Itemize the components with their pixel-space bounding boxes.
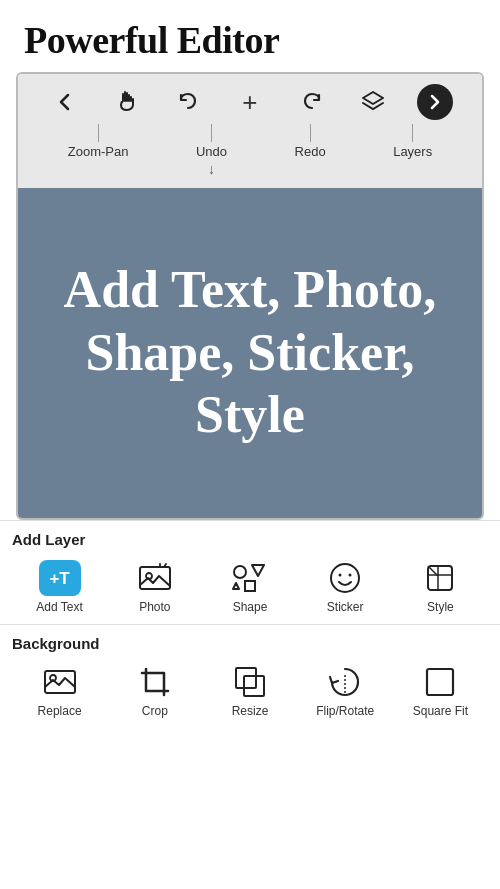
zoom-pan-label-group: Zoom-Pan <box>68 124 129 159</box>
svg-point-8 <box>339 574 342 577</box>
svg-rect-18 <box>427 669 453 695</box>
svg-point-5 <box>234 566 246 578</box>
add-layer-section: Add Layer +T Add Text Photo <box>0 520 500 624</box>
resize-label: Resize <box>232 704 269 718</box>
undo-icon[interactable] <box>170 84 206 120</box>
svg-marker-6 <box>252 565 264 576</box>
undo-label: Undo <box>196 144 227 159</box>
redo-label-group: Redo <box>295 124 326 159</box>
shape-item[interactable]: Shape <box>202 556 297 620</box>
layers-label: Layers <box>393 144 432 159</box>
add-text-icon: +T <box>39 560 81 596</box>
replace-icon <box>39 664 81 700</box>
svg-rect-15 <box>236 668 256 688</box>
undo-arrow: ↓ <box>208 161 215 177</box>
flip-rotate-item[interactable]: Flip/Rotate <box>298 660 393 724</box>
add-icon[interactable]: + <box>232 84 268 120</box>
toolbar: + Zoom-Pan Undo <box>18 74 482 188</box>
bottom-panels: Add Layer +T Add Text Photo <box>0 520 500 728</box>
toolbar-icons: + <box>18 80 482 124</box>
crop-item[interactable]: Crop <box>107 660 202 724</box>
square-fit-icon <box>419 664 461 700</box>
sticker-item[interactable]: Sticker <box>298 556 393 620</box>
add-layer-items: +T Add Text Photo Shape <box>12 556 488 620</box>
svg-point-9 <box>349 574 352 577</box>
layers-icon[interactable] <box>355 84 391 120</box>
flip-rotate-icon <box>324 664 366 700</box>
editor-container: + Zoom-Pan Undo <box>16 72 484 520</box>
background-label: Background <box>12 635 488 652</box>
add-layer-label: Add Layer <box>12 531 488 548</box>
svg-marker-0 <box>363 92 383 104</box>
crop-label: Crop <box>142 704 168 718</box>
flip-rotate-label: Flip/Rotate <box>316 704 374 718</box>
add-text-item[interactable]: +T Add Text <box>12 556 107 620</box>
toolbar-labels: Zoom-Pan Undo ↓ Redo Layers <box>18 124 482 184</box>
resize-icon <box>229 664 271 700</box>
redo-icon[interactable] <box>294 84 330 120</box>
background-section: Background Replace Crop R <box>0 624 500 728</box>
sticker-icon <box>324 560 366 596</box>
svg-rect-4 <box>245 581 255 591</box>
svg-rect-16 <box>244 676 264 696</box>
style-icon <box>419 560 461 596</box>
photo-label: Photo <box>139 600 170 614</box>
style-label: Style <box>427 600 454 614</box>
photo-item[interactable]: Photo <box>107 556 202 620</box>
pan-icon[interactable] <box>109 84 145 120</box>
svg-point-7 <box>331 564 359 592</box>
page-title: Powerful Editor <box>0 0 500 72</box>
resize-item[interactable]: Resize <box>202 660 297 724</box>
add-text-label: Add Text <box>36 600 82 614</box>
undo-label-group: Undo ↓ <box>196 124 227 177</box>
square-fit-label: Square Fit <box>413 704 468 718</box>
redo-label: Redo <box>295 144 326 159</box>
shape-label: Shape <box>233 600 268 614</box>
zoom-pan-label: Zoom-Pan <box>68 144 129 159</box>
svg-marker-3 <box>233 583 239 589</box>
square-fit-item[interactable]: Square Fit <box>393 660 488 724</box>
background-items: Replace Crop Resize Fli <box>12 660 488 724</box>
photo-icon <box>134 560 176 596</box>
back-icon[interactable] <box>47 84 83 120</box>
crop-icon <box>134 664 176 700</box>
shape-icon <box>229 560 271 596</box>
canvas-text: Add Text, Photo, Shape, Sticker, Style <box>18 249 482 456</box>
next-button[interactable] <box>417 84 453 120</box>
sticker-label: Sticker <box>327 600 364 614</box>
replace-label: Replace <box>38 704 82 718</box>
replace-item[interactable]: Replace <box>12 660 107 724</box>
svg-rect-1 <box>140 567 170 589</box>
layers-label-group: Layers <box>393 124 432 159</box>
style-item[interactable]: Style <box>393 556 488 620</box>
canvas-area: Add Text, Photo, Shape, Sticker, Style <box>18 188 482 518</box>
